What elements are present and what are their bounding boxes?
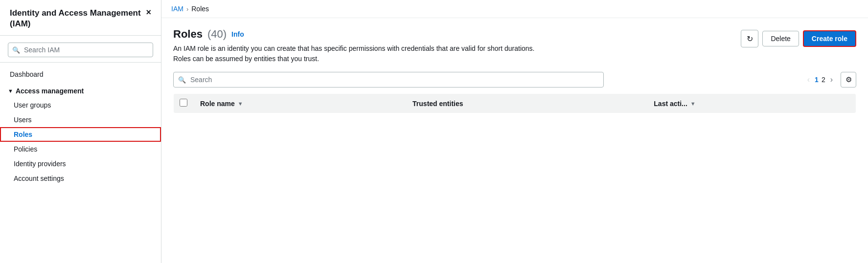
page-header-left: Roles (40) Info An IAM role is an identi…: [173, 28, 741, 64]
sidebar-search-input[interactable]: [8, 43, 153, 57]
roles-table: Role name ▼ Trusted entities Last acti..…: [173, 93, 856, 113]
sidebar-nav: Dashboard ▼ Access management User group…: [0, 63, 161, 263]
sidebar-search-icon: 🔍: [12, 46, 20, 54]
page-header: Roles (40) Info An IAM role is an identi…: [173, 28, 856, 64]
search-filter-row: 🔍 ‹ 1 2 › ⚙: [173, 72, 856, 88]
section-arrow-icon: ▼: [8, 88, 13, 94]
sidebar-item-roles[interactable]: Roles: [0, 127, 161, 142]
sidebar-item-users[interactable]: Users: [0, 112, 161, 127]
table-header-last-activity[interactable]: Last acti... ▼: [647, 94, 856, 113]
table-search-box: 🔍: [173, 72, 604, 88]
table-settings-button[interactable]: ⚙: [841, 72, 856, 88]
pagination-page-1[interactable]: 1: [815, 76, 819, 84]
sidebar-item-identity-providers[interactable]: Identity providers: [0, 156, 161, 171]
breadcrumb-current-page: Roles: [191, 5, 209, 13]
breadcrumb-separator: ›: [186, 5, 188, 13]
select-all-checkbox[interactable]: [180, 99, 187, 107]
info-link[interactable]: Info: [231, 30, 244, 38]
table-header-role-name[interactable]: Role name ▼: [193, 94, 406, 113]
role-name-sort-icon: ▼: [238, 101, 243, 107]
sidebar: Identity and Access Management (IAM) × 🔍…: [0, 0, 161, 263]
sidebar-search-box: 🔍: [8, 43, 153, 57]
sidebar-section-access-management[interactable]: ▼ Access management: [0, 82, 161, 98]
sidebar-item-user-groups[interactable]: User groups: [0, 98, 161, 112]
sidebar-search-area: 🔍: [0, 36, 161, 63]
sidebar-item-policies[interactable]: Policies: [0, 142, 161, 156]
create-role-button[interactable]: Create role: [803, 30, 856, 47]
last-activity-sort-icon: ▼: [690, 101, 696, 107]
page-title: Roles: [173, 28, 203, 41]
pagination-next-button[interactable]: ›: [828, 74, 835, 85]
refresh-icon: ↻: [747, 34, 753, 44]
table-header-row: Role name ▼ Trusted entities Last acti..…: [174, 94, 856, 113]
table-search-input[interactable]: [173, 72, 604, 88]
pagination: ‹ 1 2 › ⚙: [805, 72, 856, 88]
breadcrumb-iam-link[interactable]: IAM: [171, 5, 183, 13]
main-content: IAM › Roles Roles (40) Info An IAM role …: [161, 0, 868, 263]
sidebar-item-account-settings[interactable]: Account settings: [0, 171, 161, 186]
table-header-checkbox: [174, 94, 194, 113]
page-header-actions: ↻ Delete Create role: [741, 30, 856, 47]
sidebar-item-dashboard[interactable]: Dashboard: [0, 66, 161, 82]
breadcrumb: IAM › Roles: [161, 0, 868, 18]
sidebar-close-button[interactable]: ×: [146, 8, 151, 17]
table-header-trusted-entities[interactable]: Trusted entities: [406, 94, 647, 113]
table-search-icon: 🔍: [178, 76, 186, 84]
pagination-page-2[interactable]: 2: [822, 76, 825, 84]
pagination-prev-button[interactable]: ‹: [805, 74, 812, 85]
page-title-row: Roles (40) Info: [173, 28, 741, 41]
page-count: (40): [207, 28, 227, 41]
sidebar-header: Identity and Access Management (IAM) ×: [0, 0, 161, 36]
page-description: An IAM role is an identity you can creat…: [173, 44, 545, 64]
content-area: Roles (40) Info An IAM role is an identi…: [161, 18, 868, 263]
sidebar-title: Identity and Access Management (IAM): [10, 8, 146, 29]
delete-button[interactable]: Delete: [762, 31, 799, 46]
settings-icon: ⚙: [845, 75, 852, 84]
refresh-button[interactable]: ↻: [741, 30, 758, 47]
